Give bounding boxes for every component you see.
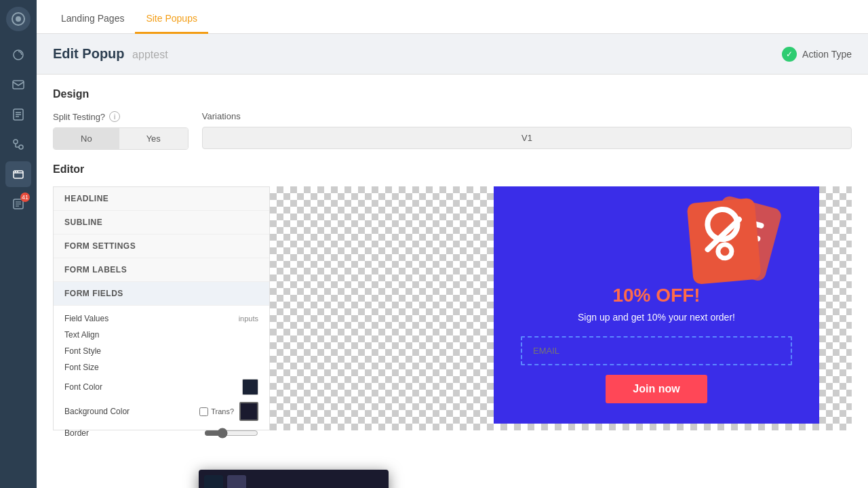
discount-illustration [670, 186, 806, 315]
design-section-title: Design [53, 88, 852, 100]
sidebar-item-pages[interactable] [5, 102, 31, 127]
sidebar-logo[interactable] [6, 7, 31, 31]
variations-v1-btn[interactable]: V1 [202, 127, 852, 149]
sidebar-item-integrations[interactable] [5, 131, 31, 157]
popup-cta-button[interactable]: Join now [606, 375, 707, 403]
split-testing-label: Split Testing? [53, 112, 105, 122]
sidebar-item-analytics[interactable] [5, 42, 31, 68]
sidebar: 41 [0, 0, 37, 488]
field-values-row: Field Values inputs [64, 314, 258, 323]
font-color-row: Font Color [64, 379, 258, 395]
tab-landing-pages[interactable]: Landing Pages [50, 5, 135, 34]
split-testing-toggle: No Yes [53, 127, 189, 150]
content-area: Design Split Testing? i No Yes Variation… [37, 75, 868, 488]
bg-color-swatch[interactable] [239, 402, 258, 421]
action-type-button[interactable]: ✓ Action Type [782, 47, 852, 62]
font-style-label: Font Style [64, 346, 101, 356]
split-testing-label-row: Split Testing? i [53, 111, 189, 122]
svg-point-8 [14, 140, 18, 144]
checker-background: 10% OFF! Sign up and get 10% your next o… [270, 186, 852, 430]
border-slider-container [204, 428, 258, 439]
toggle-no[interactable]: No [54, 128, 119, 149]
picker-swatch-2[interactable] [227, 475, 246, 488]
color-picker-popup: R G B H [199, 470, 389, 488]
editor-section: HEADLINE SUBLINE FORM SETTINGS FORM LABE… [53, 186, 852, 430]
variations-label: Variations [202, 111, 241, 121]
font-size-label: Font Size [64, 363, 99, 372]
editor-fields: Field Values inputs Text Align Font Styl… [54, 306, 269, 453]
variations-col: Variations V1 [202, 111, 852, 149]
sidebar-item-popups[interactable] [5, 161, 31, 187]
sidebar-badge: 41 [20, 192, 30, 202]
text-align-label: Text Align [64, 330, 99, 340]
svg-point-1 [16, 16, 21, 22]
page-title: Edit Popup apptest [53, 46, 168, 62]
sidebar-item-lists[interactable]: 41 [5, 191, 31, 217]
split-testing-row: Split Testing? i No Yes Variations V1 [53, 111, 852, 150]
bg-color-row: Background Color Trans? [64, 402, 258, 421]
editor-section-title: Editor [53, 163, 852, 176]
svg-point-14 [15, 171, 16, 173]
svg-rect-3 [13, 81, 24, 89]
info-icon[interactable]: i [109, 111, 120, 122]
border-slider[interactable] [204, 428, 258, 439]
menu-subline[interactable]: SUBLINE [54, 211, 269, 235]
svg-point-9 [19, 145, 23, 149]
check-icon: ✓ [782, 47, 797, 62]
font-size-row: Font Size [64, 363, 258, 372]
font-style-row: Font Style [64, 346, 258, 356]
trans-check-input[interactable] [199, 407, 208, 416]
menu-form-labels[interactable]: FORM LABELS [54, 258, 269, 282]
split-testing-col: Split Testing? i No Yes [53, 111, 189, 150]
menu-form-fields[interactable]: FORM FIELDS [54, 282, 269, 306]
field-values-label: Field Values [64, 314, 108, 323]
page-header: Edit Popup apptest ✓ Action Type [37, 34, 868, 75]
text-align-row: Text Align [64, 330, 258, 340]
font-color-label: Font Color [64, 382, 102, 392]
top-nav: Landing Pages Site Popups [37, 0, 868, 34]
sidebar-item-email[interactable] [5, 72, 31, 98]
preview-area: 10% OFF! Sign up and get 10% your next o… [270, 186, 852, 430]
trans-label: Trans? [211, 407, 234, 415]
font-color-swatch[interactable] [242, 379, 258, 395]
trans-checkbox[interactable]: Trans? [199, 407, 234, 416]
popup-email-input[interactable] [521, 336, 792, 365]
bg-color-controls: Trans? [199, 402, 258, 421]
picker-swatch-1[interactable] [204, 475, 223, 488]
border-label: Border [64, 428, 89, 438]
popup-preview: 10% OFF! Sign up and get 10% your next o… [494, 186, 819, 424]
variations-label-row: Variations [202, 111, 852, 121]
svg-point-15 [17, 171, 18, 173]
menu-headline[interactable]: HEADLINE [54, 187, 269, 211]
main-content: Landing Pages Site Popups Edit Popup app… [37, 0, 868, 488]
toggle-yes[interactable]: Yes [119, 128, 188, 149]
inputs-hint: inputs [239, 314, 258, 323]
editor-panel: HEADLINE SUBLINE FORM SETTINGS FORM LABE… [53, 186, 270, 430]
border-row: Border [64, 428, 258, 439]
tab-site-popups[interactable]: Site Popups [135, 5, 208, 34]
menu-form-settings[interactable]: FORM SETTINGS [54, 235, 269, 258]
bg-color-label: Background Color [64, 407, 130, 416]
